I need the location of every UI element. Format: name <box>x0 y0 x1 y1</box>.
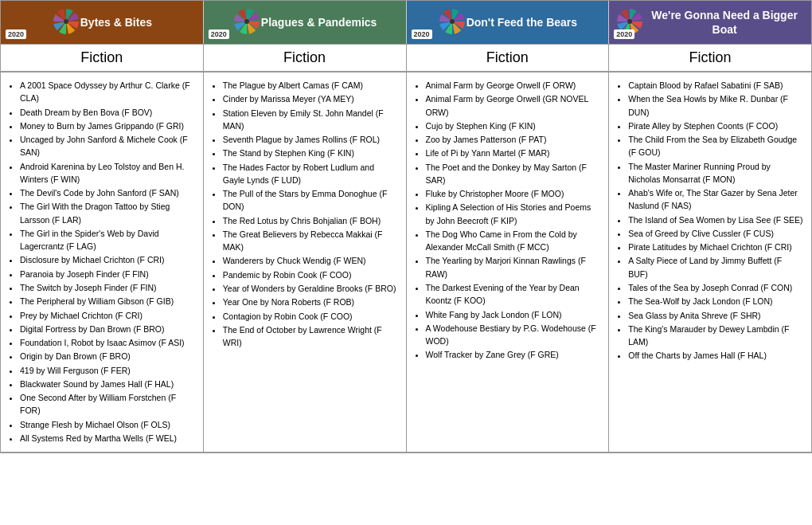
list-item: Paranoia by Joseph Finder (F FIN) <box>20 268 195 280</box>
list-item: Cinder by Marissa Meyer (YA MEY) <box>223 92 398 105</box>
type-row: FictionFictionFictionFiction <box>1 44 811 72</box>
list-item: Wolf Tracker by Zane Grey (F GRE) <box>426 348 601 361</box>
list-item: The Devil's Code by John Sanford (F SAN) <box>20 186 195 199</box>
list-item: Ahab's Wife or, The Star Gazer by Sena J… <box>628 186 803 213</box>
list-item: The Plague by Albert Camas (F CAM) <box>223 79 398 92</box>
book-column-2: The Plague by Albert Camas (F CAM)Cinder… <box>204 72 407 452</box>
book-list-1: A 2001 Space Odyssey by Arthur C. Clarke… <box>9 79 195 445</box>
svg-point-2 <box>450 19 455 24</box>
book-column-3: Animal Farm by George Orwell (F ORW)Anim… <box>407 72 610 452</box>
list-item: White Fang by Jack London (F LON) <box>426 308 601 321</box>
list-item: Blackwater Sound by James Hall (F HAL) <box>20 378 195 390</box>
club-header-3: Don't Feed the Bears2020 <box>407 1 610 44</box>
list-item: The Darkest Evening of the Year by Dean … <box>426 281 601 308</box>
year-badge: 2020 <box>412 29 432 39</box>
book-column-1: A 2001 Space Odyssey by Arthur C. Clarke… <box>1 72 204 452</box>
club-header-1: Bytes & Bites2020 <box>1 1 204 44</box>
list-item: Sea Glass by Anita Shreve (F SHR) <box>628 309 803 322</box>
book-column-4: Captain Blood by Rafael Sabatini (F SAB)… <box>609 72 811 452</box>
page: Bytes & Bites2020Plagues & Pandemics2020… <box>0 0 812 453</box>
list-item: The Switch by Joseph Finder (F FIN) <box>20 281 195 294</box>
list-item: The Great Believers by Rebecca Makkai (F… <box>223 228 398 254</box>
list-item: Captain Blood by Rafael Sabatini (F SAB) <box>628 79 803 92</box>
list-item: Origin by Dan Brown (F BRO) <box>20 350 195 362</box>
pinwheel-icon <box>438 7 467 37</box>
content-row: A 2001 Space Odyssey by Arthur C. Clarke… <box>1 72 811 453</box>
list-item: Animal Farm by George Orwell (GR NOVEL O… <box>426 92 601 119</box>
list-item: The Girl in the Spider's Web by David La… <box>20 227 195 253</box>
list-item: All Systems Red by Martha Wells (F WEL) <box>20 432 195 445</box>
list-item: The Girl With the Dragon Tattoo by Stieg… <box>20 200 195 226</box>
list-item: Zoo by James Patterson (F PAT) <box>426 133 601 146</box>
year-badge: 2020 <box>209 29 229 39</box>
type-cell-4: Fiction <box>609 45 811 71</box>
list-item: Pirate Latitudes by Michael Crichton (F … <box>628 241 803 253</box>
svg-point-0 <box>64 19 68 24</box>
type-cell-3: Fiction <box>407 45 610 71</box>
list-item: The Pull of the Stars by Emma Donoghue (… <box>223 187 398 214</box>
list-item: The Peripheral by William Gibson (F GIB) <box>20 295 195 308</box>
pinwheel-icon <box>232 7 261 37</box>
type-cell-2: Fiction <box>204 45 407 71</box>
list-item: Death Dream by Ben Bova (F BOV) <box>20 106 195 119</box>
list-item: The Red Lotus by Chris Bohjalian (F BOH) <box>223 214 398 227</box>
list-item: The Master Mariner Running Proud by Nich… <box>628 160 803 186</box>
list-item: Year One by Nora Roberts (F ROB) <box>223 296 398 308</box>
club-title: We're Gonna Need a Bigger Boat <box>644 8 805 37</box>
club-header-4: We're Gonna Need a Bigger Boat2020 <box>609 1 811 44</box>
list-item: The King's Marauder by Dewey Lambdin (F … <box>628 323 803 349</box>
list-item: The End of October by Lawrence Wright (F… <box>223 323 398 350</box>
type-cell-1: Fiction <box>1 45 204 71</box>
list-item: One Second After by William Forstchen (F… <box>20 391 195 417</box>
list-item: Uncaged by John Sanford & Michele Cook (… <box>20 133 195 159</box>
list-item: Sea of Greed by Clive Cussler (F CUS) <box>628 227 803 240</box>
list-item: The Yearling by Marjori Kinnan Rawlings … <box>426 254 601 280</box>
list-item: The Poet and the Donkey by May Sarton (F… <box>426 161 601 187</box>
list-item: A 2001 Space Odyssey by Arthur C. Clarke… <box>20 79 195 105</box>
club-title: Plagues & Pandemics <box>261 15 377 29</box>
list-item: Foundation I, Robot by Isaac Asimov (F A… <box>20 336 195 349</box>
club-title: Bytes & Bites <box>80 15 152 29</box>
list-item: The Island of Sea Women by Lisa See (F S… <box>628 214 803 226</box>
list-item: Wanderers by Chuck Wendig (F WEN) <box>223 254 398 267</box>
list-item: Life of Pi by Yann Martel (F MAR) <box>426 147 601 159</box>
list-item: A Salty Piece of Land by Jimmy Buffett (… <box>628 254 803 280</box>
list-item: Animal Farm by George Orwell (F ORW) <box>426 79 601 92</box>
year-badge: 2020 <box>6 29 26 39</box>
list-item: 419 by Will Ferguson (F FER) <box>20 364 195 377</box>
list-item: When the Sea Howls by Mike R. Dunbar (F … <box>628 92 803 119</box>
list-item: The Sea-Wolf by Jack London (F LON) <box>628 295 803 308</box>
book-list-3: Animal Farm by George Orwell (F ORW)Anim… <box>415 79 601 362</box>
header-row: Bytes & Bites2020Plagues & Pandemics2020… <box>1 1 811 44</box>
list-item: Kipling A Selection of His Stories and P… <box>426 201 601 227</box>
list-item: Seventh Plague by James Rollins (F ROL) <box>223 133 398 146</box>
club-header-2: Plagues & Pandemics2020 <box>204 1 407 44</box>
list-item: Digital Fortress by Dan Brown (F BRO) <box>20 323 195 335</box>
svg-point-3 <box>627 19 632 24</box>
list-item: Prey by Michael Crichton (F CRI) <box>20 309 195 322</box>
list-item: The Hades Factor by Robert Ludlum and Ga… <box>223 161 398 187</box>
list-item: The Child From the Sea by Elizabeth Goud… <box>628 133 803 159</box>
club-title: Don't Feed the Bears <box>467 15 577 29</box>
list-item: Strange Flesh by Michael Olson (F OLS) <box>20 418 195 431</box>
list-item: The Stand by Stephen King (F KIN) <box>223 147 398 159</box>
pinwheel-icon <box>52 7 80 37</box>
list-item: Money to Burn by James Grippando (F GRI) <box>20 119 195 132</box>
book-list-2: The Plague by Albert Camas (F CAM)Cinder… <box>212 79 398 349</box>
list-item: The Dog Who Came in From the Cold by Ale… <box>426 228 601 254</box>
svg-point-1 <box>244 19 249 24</box>
book-list-4: Captain Blood by Rafael Sabatini (F SAB)… <box>617 79 803 362</box>
list-item: Station Eleven by Emily St. John Mandel … <box>223 107 398 133</box>
list-item: Android Karenina by Leo Tolstoy and Ben … <box>20 160 195 186</box>
year-badge: 2020 <box>614 29 634 39</box>
list-item: Disclosure by Michael Crichton (F CRI) <box>20 253 195 266</box>
list-item: A Wodehouse Bestiary by P.G. Wodehouse (… <box>426 322 601 348</box>
list-item: Fluke by Christopher Moore (F MOO) <box>426 187 601 200</box>
list-item: Pirate Alley by Stephen Coonts (F COO) <box>628 119 803 132</box>
list-item: Contagion by Robin Cook (F COO) <box>223 310 398 323</box>
list-item: Tales of the Sea by Joseph Conrad (F CON… <box>628 281 803 294</box>
list-item: Off the Charts by James Hall (F HAL) <box>628 349 803 362</box>
list-item: Pandemic by Robin Cook (F COO) <box>223 268 398 281</box>
list-item: Year of Wonders by Geraldine Brooks (F B… <box>223 282 398 295</box>
list-item: Cujo by Stephen King (F KIN) <box>426 119 601 132</box>
